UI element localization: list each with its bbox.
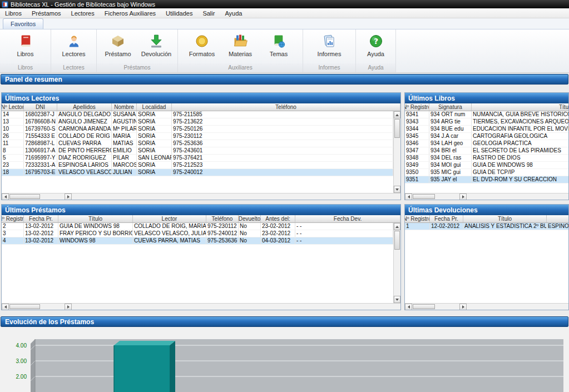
- scroll-left-button[interactable]: [405, 193, 412, 200]
- scroll-up-button[interactable]: [394, 111, 400, 118]
- table-row[interactable]: 9350 935 MIC gui GUIA DE TCP/IP: [405, 169, 568, 176]
- horizontal-scrollbar[interactable]: [2, 303, 400, 310]
- temas-button[interactable]: Temas: [261, 31, 296, 57]
- app-icon[interactable]: [2, 1, 8, 8]
- table-cell: 4: [2, 237, 24, 244]
- column-header[interactable]: Título: [58, 215, 133, 222]
- table-row[interactable]: 9347 934 BRI el EL SECRETO DE LAS PIRAMI…: [405, 147, 568, 155]
- table-row[interactable]: 23 72332331-A ESPINOSA LARIOS MARCOS SOR…: [2, 162, 393, 169]
- menu-item-salir[interactable]: Salir: [197, 8, 220, 18]
- column-header[interactable]: Nº Lector: [2, 103, 24, 111]
- table-cell: ANGULO DELGADO: [57, 111, 112, 118]
- column-header[interactable]: Apellidos: [57, 103, 112, 111]
- column-header[interactable]: Fecha Pr.: [430, 215, 463, 222]
- table-row[interactable]: 2 13-02-2012 GUIA DE WINDOWS 98 COLLADO …: [2, 223, 393, 230]
- table-cell: SORIA: [137, 118, 172, 125]
- scroll-down-button[interactable]: [394, 296, 400, 303]
- scroll-thumb[interactable]: [413, 304, 435, 309]
- column-header[interactable]: Devuelto: [239, 215, 261, 222]
- table-row[interactable]: 14 16802387-J ANGULO DELGADO SUSANA SORI…: [2, 111, 393, 118]
- devolucion-button[interactable]: Devolución: [138, 31, 174, 57]
- summary-section-title: Panel de resumen: [5, 76, 62, 83]
- scroll-right-button[interactable]: [459, 304, 467, 310]
- app-window: Bibliotecas XL - Gestión de Bibliotecas …: [0, 0, 569, 392]
- table-row[interactable]: 9345 934 J.A car CARTOGRAFIA GEOLOGICA: [405, 133, 568, 140]
- column-header[interactable]: Fecha Dev.: [295, 215, 400, 222]
- table-row[interactable]: 9351 935 JAY el EL DVD-ROM Y SU CREACCIO…: [405, 176, 568, 183]
- table-row[interactable]: 9343 934 ARG tie TIERMES, EXCAVACIONES A…: [405, 118, 568, 126]
- prestamo-button[interactable]: Préstamo: [100, 31, 136, 57]
- table-cell: SORIA: [137, 140, 172, 147]
- column-header[interactable]: Fecha Pr.: [24, 215, 58, 222]
- table-cell: SORIA: [137, 162, 172, 168]
- informes-button[interactable]: Informes: [311, 31, 347, 57]
- column-header[interactable]: Signatura: [429, 103, 472, 111]
- scroll-thumb[interactable]: [394, 231, 400, 250]
- column-header[interactable]: Antes del:: [261, 215, 295, 222]
- scroll-right-button[interactable]: [65, 193, 72, 200]
- lectores-button[interactable]: Lectores: [56, 31, 92, 57]
- menu-item-ayuda[interactable]: Ayuda: [220, 8, 247, 18]
- libros-button[interactable]: Libros: [8, 31, 43, 57]
- scroll-thumb[interactable]: [413, 194, 435, 199]
- scroll-left-button[interactable]: [405, 304, 412, 310]
- column-header[interactable]: Nº Registro: [405, 215, 430, 222]
- scroll-up-button[interactable]: [394, 223, 400, 230]
- horizontal-scrollbar[interactable]: [405, 303, 568, 310]
- scroll-thumb[interactable]: [9, 194, 40, 199]
- column-header[interactable]: Lector: [133, 215, 206, 222]
- column-header[interactable]: DNI: [24, 103, 57, 111]
- scroll-thumb[interactable]: [394, 119, 400, 138]
- arrow-right-icon: [67, 195, 71, 199]
- tab-favoritos[interactable]: Favoritos: [3, 18, 43, 29]
- column-header[interactable]: Título: [472, 103, 568, 111]
- table-row[interactable]: 8 13066917-A DE PINTO HERRERO EMILIO SOR…: [2, 147, 393, 155]
- scroll-left-button[interactable]: [2, 193, 9, 200]
- table-cell: SAN LEONARDO: [137, 155, 172, 161]
- table-row[interactable]: 9349 934 MOI gui GUIA DE WINDOWS 98: [405, 162, 568, 169]
- menu-item-ficheros-auxiliares[interactable]: Ficheros Auxiliares: [100, 8, 161, 18]
- table-row[interactable]: 10 16739760-S CARMONA ARANDA Mª PILAR SO…: [2, 126, 393, 133]
- scroll-right-button[interactable]: [459, 193, 467, 200]
- table-row[interactable]: 9348 934 DEL ras RASTRO DE DIOS: [405, 155, 568, 162]
- column-header[interactable]: Teléfono: [206, 215, 239, 222]
- table-row[interactable]: 13 16786608-N ANGULO JIMENEZ AGUSTIN SOR…: [2, 118, 393, 126]
- table-row[interactable]: 26 71554333 E COLLADO DE ROIG MARIA SORI…: [2, 133, 393, 140]
- scroll-left-button[interactable]: [2, 304, 9, 310]
- scroll-thumb[interactable]: [9, 304, 40, 309]
- vertical-scrollbar[interactable]: [393, 111, 400, 193]
- materias-button[interactable]: Materias: [222, 31, 258, 57]
- ayuda-button[interactable]: ? Ayuda: [358, 31, 394, 57]
- bar-top-face: [114, 341, 175, 345]
- table-cell: CUEVAS PARRA: [57, 140, 112, 147]
- table-row[interactable]: 1 12-02-2012 ANALISIS Y ESTADISTICA 2º B…: [405, 223, 568, 230]
- table-cell: - -: [295, 223, 393, 230]
- table-row[interactable]: 3 13-02-2012 FRAY PERICO Y SU BORRICO VE…: [2, 230, 393, 237]
- formatos-button[interactable]: Formatos: [184, 31, 220, 57]
- menu-item-utilidades[interactable]: Utilidades: [161, 8, 197, 18]
- menu-item-prestamos[interactable]: Préstamos: [27, 8, 66, 18]
- table-row[interactable]: 9346 934 LAH geo GEOLOGIA PRACTICA: [405, 140, 568, 147]
- column-header[interactable]: [547, 215, 568, 222]
- table-row[interactable]: 9344 934 BUE edu EDUCACION INFANTIL POR …: [405, 126, 568, 133]
- table-row[interactable]: 9341 934 ORT num NUMANCIA, GUIA BREVE HI…: [405, 111, 568, 118]
- table-row[interactable]: 18 16795703-E VELASCO VELASCO JULIAN SOR…: [2, 169, 393, 176]
- table-row[interactable]: 5 71695997-Y DIAZ RODRIGUEZ PILAR SAN LE…: [2, 155, 393, 162]
- horizontal-scrollbar[interactable]: [2, 193, 400, 200]
- column-header[interactable]: Nombre: [112, 103, 137, 111]
- column-header[interactable]: Localidad: [137, 103, 172, 111]
- scroll-down-button[interactable]: [394, 186, 400, 193]
- menu-item-libros[interactable]: Libros: [0, 8, 27, 18]
- column-header[interactable]: Título: [463, 215, 547, 222]
- column-header[interactable]: Nº Registro: [405, 103, 429, 111]
- horizontal-scrollbar[interactable]: [405, 193, 568, 200]
- column-header[interactable]: Nº Registro: [2, 215, 24, 222]
- table-row[interactable]: 4 13-02-2012 WINDOWS 98 CUEVAS PARRA, MA…: [2, 237, 393, 245]
- table-cell: 934 BUE edu: [429, 126, 472, 132]
- scroll-right-button[interactable]: [65, 304, 72, 310]
- menu-item-lectores[interactable]: Lectores: [66, 8, 100, 18]
- toolbar-group-ayuda: ? Ayuda Ayuda: [356, 29, 396, 72]
- vertical-scrollbar[interactable]: [393, 223, 400, 303]
- table-row[interactable]: 11 72868987-L CUEVAS PARRA MATIAS SORIA …: [2, 140, 393, 147]
- column-header[interactable]: Teléfono: [172, 103, 400, 111]
